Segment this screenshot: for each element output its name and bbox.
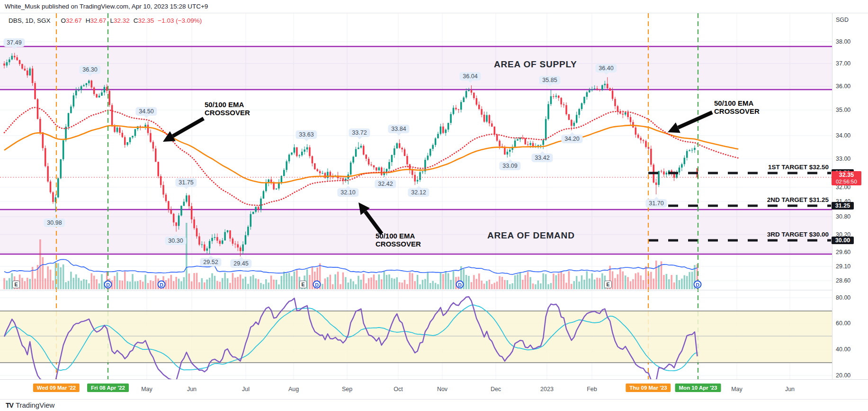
price-callout-30.30: 30.30 [165, 237, 186, 245]
crossover-arrow-shaft-3 [678, 112, 712, 128]
ohlc-key-C: C [134, 17, 138, 24]
price-tick-36.00: 36.00 [836, 83, 850, 90]
price-callout-32.10: 32.10 [337, 188, 358, 197]
price-callout-33.63: 33.63 [295, 130, 317, 139]
tradingview-logo-icon: TV [6, 402, 13, 409]
indicator-tick-60.00: 60.00 [836, 320, 850, 327]
bar-countdown: 02:56:50 [832, 178, 861, 185]
price-callout-35.85: 35.85 [539, 76, 560, 84]
month-label-Nov: Nov [437, 386, 447, 393]
date-badge: Thu 09 Mar '23 [626, 384, 671, 392]
supply-zone-fill [0, 46, 832, 90]
date-badge: Wed 09 Mar '22 [33, 384, 80, 392]
price-tick-28.60: 28.60 [836, 277, 850, 284]
price-callout-29.45: 29.45 [230, 259, 251, 268]
ema-100-line [4, 125, 738, 183]
ohlc-value-L: 32.32 [114, 17, 130, 24]
ohlc-value-H: 32.67 [90, 17, 107, 24]
annotation-line2: CROSSOVER [376, 240, 432, 248]
month-label-Aug: Aug [288, 386, 299, 393]
dividend-marker[interactable]: D [158, 281, 166, 289]
price-callout-36.30: 36.30 [79, 65, 100, 74]
price-callout-36.04: 36.04 [459, 72, 481, 81]
indicator-tick-80.00: 80.00 [836, 294, 850, 301]
ohlc-value-C: 32.35 [138, 17, 154, 24]
crossover-annotation-3: 50/100 EMACROSSOVER [714, 100, 771, 115]
annotation-line2: CROSSOVER [714, 108, 771, 116]
ema-50-dotted-line [4, 108, 738, 206]
month-label-Jun: Jun [785, 386, 795, 393]
indicator-tick-20.00: 20.00 [836, 372, 850, 379]
price-callout-33.72: 33.72 [349, 128, 370, 137]
ohlc-key-O: O [61, 17, 66, 24]
month-label-May: May [141, 386, 152, 393]
currency-label: SGD [836, 17, 849, 23]
attribution-text: White_Musk published on TradingView.com,… [5, 3, 208, 10]
indicator-tick-40.00: 40.00 [836, 346, 850, 353]
price-callout-36.40: 36.40 [595, 64, 617, 73]
price-callout-32.42: 32.42 [375, 180, 396, 188]
annotation-line1: 50/100 EMA [376, 232, 432, 240]
month-label-May: May [731, 386, 743, 393]
earnings-marker[interactable]: E [604, 281, 612, 288]
month-label-2023: 2023 [540, 386, 554, 393]
target-price-tag-30.00: 30.00 [832, 237, 854, 244]
price-tick-35.00: 35.00 [836, 107, 850, 113]
annotation-line1: 50/100 EMA [714, 100, 771, 108]
ohlc-key-L: L [110, 17, 114, 24]
dividend-marker[interactable]: D [104, 281, 112, 289]
price-callout-30.98: 30.98 [44, 219, 65, 227]
dividend-marker[interactable]: D [456, 281, 464, 289]
price-tick-29.60: 29.60 [836, 249, 850, 256]
symbol-legend[interactable]: DBS, 1D, SGXO32.67H32.67L32.32C32.35−1.0… [9, 17, 202, 24]
dividend-marker[interactable]: D [313, 281, 321, 289]
price-callout-31.70: 31.70 [645, 199, 667, 208]
target-price-tag-31.25: 31.25 [832, 202, 854, 210]
date-badge: Mon 10 Apr '23 [675, 384, 721, 392]
annotation-line2: CROSSOVER [205, 109, 261, 117]
month-label-Dec: Dec [491, 386, 501, 393]
earnings-marker[interactable]: E [12, 281, 20, 288]
annotation-line1: 50/100 EMA [205, 101, 261, 109]
price-callout-32.12: 32.12 [408, 188, 429, 197]
price-tick-33.00: 33.00 [836, 155, 850, 162]
price-callout-34.20: 34.20 [561, 135, 582, 143]
price-callout-29.52: 29.52 [200, 258, 221, 266]
tradingview-logo-text: TradingView [16, 401, 55, 409]
price-callout-33.84: 33.84 [388, 125, 409, 133]
price-tick-38.00: 38.00 [836, 38, 850, 45]
attribution-bar: White_Musk published on TradingView.com,… [0, 0, 868, 13]
price-tick-37.00: 37.00 [836, 60, 850, 67]
symbol-title: DBS, 1D, SGX [9, 17, 51, 24]
month-label-Oct: Oct [394, 386, 403, 393]
last-price-tag: 32.3502:56:50 [832, 171, 861, 185]
target-label-3: 3RD TARGET $30.00 [701, 231, 829, 238]
time-axis[interactable]: MayJunJulAugSepOctNovDec2023FebMayJun We… [0, 379, 868, 400]
price-axis[interactable]: SGD 38.0037.0036.0035.0034.0033.0032.003… [832, 0, 868, 400]
zone-label-supply: AREA OF SUPPLY [494, 59, 577, 70]
oscillator-band-fill [0, 311, 832, 363]
price-callout-37.49: 37.49 [3, 38, 25, 47]
tradingview-logo[interactable]: TV TradingView [6, 401, 54, 409]
month-label-Jun: Jun [187, 386, 197, 393]
month-label-Feb: Feb [587, 386, 597, 393]
ohlc-value-O: 32.67 [66, 17, 82, 24]
crossover-arrow-shaft-1 [173, 119, 204, 136]
price-tick-34.00: 34.00 [836, 132, 850, 139]
price-callout-34.50: 34.50 [135, 107, 157, 116]
price-tick-30.80: 30.80 [836, 213, 850, 220]
ohlc-key-H: H [86, 17, 90, 24]
target-label-1: 1ST TARGET $32.50 [701, 164, 829, 171]
target-label-2: 2ND TARGET $31.25 [701, 196, 829, 203]
footer-bar: TV TradingView [0, 400, 868, 411]
last-price-value: 32.35 [832, 172, 861, 178]
price-tick-29.10: 29.10 [836, 263, 850, 270]
price-callout-33.42: 33.42 [531, 154, 553, 162]
dividend-marker[interactable]: D [694, 281, 702, 289]
ohlc-values: O32.67H32.67L32.32C32.35 [57, 17, 154, 24]
price-callout-33.09: 33.09 [499, 162, 520, 170]
crossover-annotation-1: 50/100 EMACROSSOVER [205, 101, 261, 117]
change-value: −1.03 (−3.09%) [158, 17, 202, 24]
earnings-marker[interactable]: E [299, 281, 307, 288]
zone-label-demand: AREA OF DEMAND [487, 230, 575, 241]
